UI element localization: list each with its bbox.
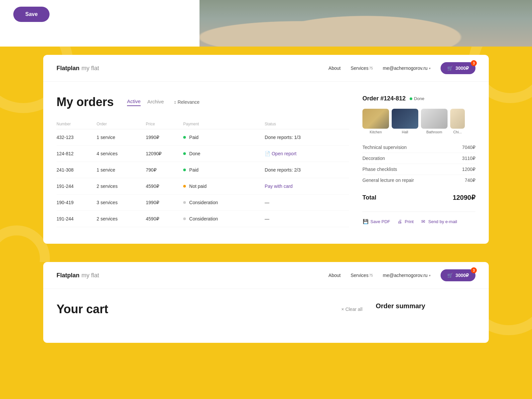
orders-title: My orders (57, 95, 114, 109)
child-image (450, 109, 465, 129)
order-price: 4590₽ (146, 211, 184, 227)
thumb-kitchen[interactable]: Kitchen (362, 109, 389, 134)
order-type: 2 services (97, 178, 146, 195)
order-number: 191-244 (57, 178, 97, 195)
cart-navbar: Flatplan my flat About Services75 me@ach… (43, 262, 489, 289)
sort-label: Relevance (178, 99, 200, 105)
sort-button[interactable]: ↕ Relevance (174, 99, 200, 105)
order-type: 1 service (97, 162, 146, 178)
order-line-item: Decoration 3110₽ (362, 153, 475, 164)
status-text: Done reports: 2/3 (265, 167, 301, 173)
status-text: — (265, 200, 269, 205)
table-row[interactable]: 241-308 1 service 790₽ Paid Done reports… (57, 162, 349, 178)
order-price: 1990₽ (146, 129, 184, 146)
payment-dot (183, 152, 186, 155)
cart-header: Your cart × Clear all (57, 302, 362, 316)
table-row[interactable]: 191-244 2 services 4590₽ Consideration — (57, 211, 349, 227)
payment-status: Consideration (189, 200, 218, 205)
cart-left: Your cart × Clear all (57, 302, 362, 326)
payment-dot (183, 217, 186, 220)
navbar: Flatplan my flat About Services75 me@ach… (43, 55, 489, 82)
order-detail-panel: Order #124-812 Done Kitchen (362, 95, 475, 227)
cart-cart-badge: 3 (471, 267, 477, 273)
cart-nav-user[interactable]: me@achernogorov.ru ▾ (383, 273, 431, 278)
cart-services-count: 75 (369, 274, 373, 277)
nav-services-label: Services (350, 66, 368, 71)
nav-right: About Services75 me@achernogorov.ru ▾ 🛒 … (329, 62, 475, 74)
col-payment: Payment (183, 119, 265, 129)
line-item-name: Phase checklists (362, 167, 397, 172)
bathroom-image (421, 109, 448, 129)
nav-services[interactable]: Services75 (350, 66, 373, 71)
line-item-name: General lecture on repair (362, 178, 414, 183)
order-payment: Not paid (183, 178, 265, 195)
line-item-price: 740₽ (465, 178, 475, 183)
tab-archive[interactable]: Archive (147, 99, 164, 106)
payment-dot (183, 201, 186, 204)
print-button[interactable]: 🖨 Print (397, 218, 414, 224)
cart-brand-name: Flatplan (57, 272, 79, 279)
order-detail-header: Order #124-812 Done (362, 95, 475, 102)
order-number: 241-308 (57, 162, 97, 178)
order-number: 432-123 (57, 129, 97, 146)
cart-logo: Flatplan my flat (57, 272, 99, 279)
send-email-label: Send by e-mail (428, 219, 457, 224)
cart-badge: 3 (471, 60, 477, 66)
order-total: Total 12090₽ (362, 188, 475, 201)
cart-icon: 🛒 (447, 66, 453, 71)
order-line-item: Technical supervision 7040₽ (362, 142, 475, 153)
save-pdf-label: Save PDF (370, 219, 390, 224)
clear-all-button[interactable]: × Clear all (341, 307, 362, 312)
cart-nav-about[interactable]: About (329, 273, 341, 278)
order-payment: Paid (183, 162, 265, 178)
nav-about[interactable]: About (329, 66, 341, 71)
order-total-value: 12090₽ (453, 194, 475, 201)
cart-brand-sub: my flat (81, 272, 99, 279)
tab-active[interactable]: Active (127, 98, 141, 106)
brand-name: Flatplan (57, 65, 79, 72)
nav-user[interactable]: me@achernogorov.ru ▾ (383, 66, 431, 71)
order-status: Done reports: 2/3 (265, 162, 349, 178)
cart-section-wrapper: Flatplan my flat About Services75 me@ach… (0, 262, 532, 353)
top-left-panel: Save (0, 0, 200, 47)
order-payment: Paid (183, 129, 265, 146)
gap-between-cards (0, 252, 532, 262)
order-payment: Done (183, 146, 265, 162)
page-wrapper: Save Flatplan my flat About Services75 (0, 0, 532, 399)
order-type: 2 services (97, 211, 146, 227)
payment-status: Not paid (189, 184, 206, 189)
status-text: — (265, 216, 269, 221)
col-status: Status (265, 119, 349, 129)
cart-button[interactable]: 🛒 3000₽ 3 (441, 62, 475, 74)
payment-status: Done (189, 151, 200, 156)
kitchen-image (362, 109, 389, 129)
bathroom-label: Bathroom (421, 130, 448, 134)
open-report-link[interactable]: 📄 Open report (265, 151, 297, 156)
orders-card: Flatplan my flat About Services75 me@ach… (43, 55, 489, 244)
payment-dot (183, 185, 186, 188)
cart-content: Your cart × Clear all Order summary (43, 289, 489, 343)
sort-icon: ↕ (174, 99, 176, 105)
table-row[interactable]: 124-812 4 services 12090₽ Done 📄 Open re… (57, 146, 349, 162)
pay-with-card-link[interactable]: Pay with card (265, 184, 293, 189)
line-item-price: 7040₽ (462, 145, 475, 150)
cart-amount: 3000₽ (456, 66, 469, 71)
order-detail-title: Order #124-812 (362, 95, 406, 102)
thumb-bathroom[interactable]: Bathroom (421, 109, 448, 134)
thumb-child[interactable]: Chi... (450, 109, 465, 134)
brand-sub: my flat (81, 65, 99, 72)
payment-status: Paid (189, 167, 199, 173)
send-email-button[interactable]: ✉ Send by e-mail (420, 218, 457, 224)
table-row[interactable]: 191-244 2 services 4590₽ Not paid Pay wi… (57, 178, 349, 195)
cart-nav-services[interactable]: Services75 (350, 273, 373, 278)
table-row[interactable]: 432-123 1 service 1990₽ Paid Done report… (57, 129, 349, 146)
order-status-text: Done (414, 96, 424, 101)
save-pdf-button[interactable]: 💾 Save PDF (362, 218, 390, 224)
cart-cart-button[interactable]: 🛒 3000₽ 3 (441, 269, 475, 281)
thumb-hall[interactable]: Hall (392, 109, 418, 134)
save-button[interactable]: Save (13, 7, 50, 22)
line-item-name: Decoration (362, 156, 385, 161)
order-line-item: Phase checklists 1200₽ (362, 164, 475, 175)
order-type: 3 services (97, 195, 146, 211)
table-row[interactable]: 190-419 3 services 1990₽ Consideration — (57, 195, 349, 211)
